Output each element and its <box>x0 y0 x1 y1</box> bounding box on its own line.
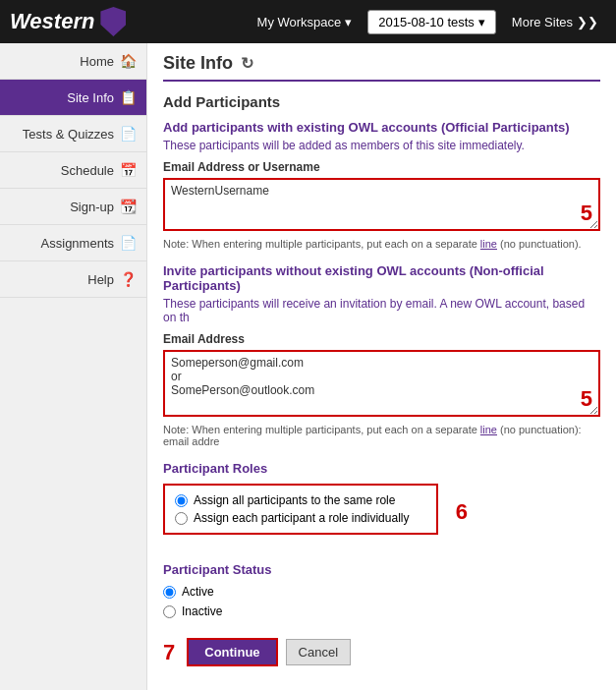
roles-section-title: Participant Roles <box>163 461 600 476</box>
participant-status-section: Participant Status Active Inactive <box>163 562 600 618</box>
sidebar-item-tests-quizzes[interactable]: Tests & Quizzes 📄 <box>0 116 146 152</box>
continue-button[interactable]: Continue <box>187 638 277 666</box>
status-active-radio[interactable] <box>163 586 176 599</box>
nonofficial-line-link[interactable]: line <box>480 424 497 435</box>
logo-text: Western <box>10 9 94 34</box>
status-section-title: Participant Status <box>163 562 600 577</box>
sidebar-item-home[interactable]: Home 🏠 <box>0 43 146 80</box>
role-option1-row: Assign all participants to the same role <box>175 493 426 507</box>
official-input-wrapper: WesternUsername 5 <box>163 178 600 234</box>
nonofficial-field-note: Note: When entering multiple participant… <box>163 424 600 447</box>
course-dropdown[interactable]: 2015-08-10 tests ▾ <box>367 10 496 34</box>
add-participants-title: Add Participants <box>163 93 600 110</box>
logo: Western <box>10 7 126 36</box>
role-option1-label: Assign all participants to the same role <box>194 493 395 507</box>
status-active-row: Active <box>163 585 600 599</box>
official-field-label: Email Address or Username <box>163 160 600 174</box>
nonofficial-note: These participants will receive an invit… <box>163 297 600 324</box>
more-sites-dropdown[interactable]: More Sites ❯❯ <box>504 11 606 33</box>
official-badge: 5 <box>581 201 592 226</box>
page-title-text: Site Info <box>163 53 233 74</box>
schedule-icon: 📅 <box>120 162 137 178</box>
sidebar-item-sign-up[interactable]: Sign-up 📆 <box>0 189 146 225</box>
main-content: Site Info ↻ Add Participants Add partici… <box>147 43 616 690</box>
status-inactive-label: Inactive <box>182 604 222 618</box>
cancel-button[interactable]: Cancel <box>286 639 351 665</box>
page-title-area: Site Info ↻ <box>163 53 600 74</box>
sidebar: Home 🏠 Site Info 📋 Tests & Quizzes 📄 Sch… <box>0 43 147 690</box>
workspace-dropdown[interactable]: My Workspace ▾ <box>250 11 361 33</box>
help-icon: ❓ <box>120 271 137 287</box>
sidebar-item-site-info[interactable]: Site Info 📋 <box>0 80 146 116</box>
roles-badge: 6 <box>456 499 468 525</box>
official-line-link[interactable]: line <box>480 238 497 250</box>
nonofficial-email-input[interactable]: Someperson@gmail.com or SomePerson@outlo… <box>163 350 600 417</box>
role-option1-radio[interactable] <box>175 494 188 507</box>
status-inactive-radio[interactable] <box>163 605 176 618</box>
role-option2-row: Assign each participant a role individua… <box>175 511 426 525</box>
nonofficial-badge: 5 <box>581 386 592 412</box>
refresh-icon[interactable]: ↻ <box>241 54 253 73</box>
logo-shield-icon <box>100 7 126 36</box>
status-inactive-row: Inactive <box>163 604 600 618</box>
button-row: 7 Continue Cancel <box>163 638 600 666</box>
official-note: These participants will be added as memb… <box>163 139 600 152</box>
official-username-input[interactable]: WesternUsername <box>163 178 600 231</box>
page-layout: Home 🏠 Site Info 📋 Tests & Quizzes 📄 Sch… <box>0 43 616 690</box>
sidebar-item-help[interactable]: Help ❓ <box>0 261 146 298</box>
nonofficial-input-wrapper: Someperson@gmail.com or SomePerson@outlo… <box>163 350 600 420</box>
official-subsection-title: Add participants with existing OWL accou… <box>163 120 600 135</box>
site-info-icon: 📋 <box>120 89 137 105</box>
role-option2-radio[interactable] <box>175 512 188 525</box>
tests-quizzes-icon: 📄 <box>120 126 137 142</box>
status-active-label: Active <box>182 585 214 599</box>
top-navigation: Western My Workspace ▾ 2015-08-10 tests … <box>0 0 616 43</box>
nonofficial-subsection-title: Invite participants without existing OWL… <box>163 263 600 293</box>
roles-radio-group: Assign all participants to the same role… <box>163 484 438 535</box>
continue-badge: 7 <box>163 640 175 665</box>
assignments-icon: 📄 <box>120 235 137 251</box>
sidebar-item-assignments[interactable]: Assignments 📄 <box>0 225 146 261</box>
home-icon: 🏠 <box>120 53 137 69</box>
sidebar-item-schedule[interactable]: Schedule 📅 <box>0 152 146 189</box>
role-option2-label: Assign each participant a role individua… <box>194 511 409 525</box>
sign-up-icon: 📆 <box>120 199 137 214</box>
official-field-note: Note: When entering multiple participant… <box>163 238 600 250</box>
title-divider <box>163 80 600 82</box>
nonofficial-field-label: Email Address <box>163 332 600 346</box>
